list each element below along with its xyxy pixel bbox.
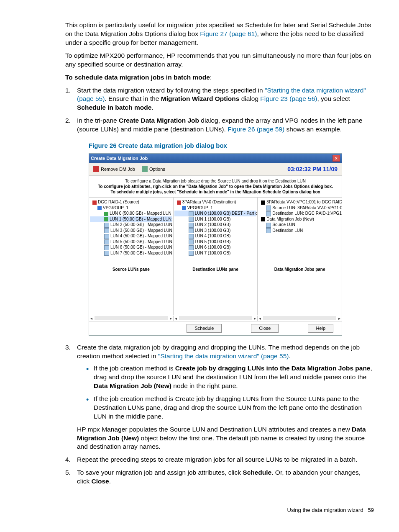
lun-icon (104, 217, 108, 221)
intro-para-2: To optimize MPX200 performance, HP recom… (65, 51, 374, 69)
src-lun-6[interactable]: LUN 6 (50.00 GB) - Mapped LUN (90, 244, 172, 250)
dest-pane-label: Destination LUNs pane (174, 267, 258, 272)
link-figure-27[interactable]: Figure 27 (page 61) (200, 30, 257, 37)
dialog-button-row: Schedule Close Help (89, 321, 342, 335)
dialog-title: Create Data Migration Job (91, 155, 148, 162)
array-icon (177, 200, 181, 205)
step-2: 2. In the tri-pane Create Data Migration… (65, 116, 374, 336)
close-button[interactable]: Close (251, 324, 279, 333)
dm-jobs-pane[interactable]: 3PARdata VV-0:VPG1:001 to DGC RAID-1:VP … (258, 198, 342, 315)
schedule-button[interactable]: Schedule (187, 324, 222, 333)
job-icon (261, 217, 265, 221)
lun-icon (266, 223, 271, 228)
bullet-create-into-jobs-pane: If the job creation method is Create job… (94, 364, 374, 391)
page-number: 59 (368, 507, 374, 513)
lun-icon (189, 217, 194, 222)
job-2-dst[interactable]: Destination LUN (258, 228, 341, 234)
scroll-right-icon[interactable]: ▸ (337, 316, 342, 321)
job-2-new[interactable]: Data Migration Job (New) (258, 216, 341, 222)
lun-icon (104, 251, 109, 256)
bullet-create-src-to-dst: If the job creation method is Create job… (94, 395, 374, 421)
source-pane-label: Source LUNs pane (89, 267, 173, 272)
lun-icon (104, 223, 109, 228)
job-1[interactable]: 3PARdata VV-0:VPG1:001 to DGC RAID-1:VP (258, 199, 341, 205)
src-root[interactable]: DGC RAID-1 (Source) (90, 199, 172, 205)
lun-icon (189, 234, 194, 239)
lun-icon (189, 228, 194, 233)
options-button[interactable]: Options (142, 166, 165, 172)
dst-lun-0[interactable]: LUN 0 (100.00 GB) DEST - Part of s (174, 211, 257, 216)
dialog-toolbar: Remove DM Job Options 03:02:32 PM 11/09 (89, 163, 342, 176)
lun-icon (189, 223, 194, 228)
jobs-pane-label: Data Migration Jobs pane (258, 267, 342, 272)
step-5: 5. To save your migration job and assign… (65, 468, 374, 486)
array-icon (92, 200, 97, 205)
close-icon[interactable]: × (332, 155, 340, 162)
intro-para-1: This option is particularly useful for m… (65, 21, 374, 47)
scroll-left-icon[interactable]: ◂ (174, 316, 178, 321)
create-dm-job-dialog: Create Data Migration Job × Remove DM Jo… (89, 153, 342, 336)
dst-lun-4[interactable]: LUN 4 (100.00 GB) (174, 233, 257, 239)
steps-list: 1. Start the data migration wizard by fo… (65, 86, 374, 486)
link-figure-23[interactable]: Figure 23 (page 56) (260, 95, 317, 102)
tri-pane: DGC RAID-1 (Source) VPGROUP_1 LUN 0 (50.… (89, 198, 342, 315)
dialog-instructions: To configure a Data Migration job please… (89, 176, 342, 198)
dst-vpg[interactable]: VPGROUP_1 (174, 205, 257, 211)
job-icon (261, 200, 265, 205)
src-vpg[interactable]: VPGROUP_1 (90, 205, 172, 211)
src-lun-3[interactable]: LUN 3 (50.00 GB) - Mapped LUN (90, 228, 172, 234)
help-button[interactable]: Help (308, 324, 333, 333)
vpg-icon (97, 206, 102, 210)
link-figure-26[interactable]: Figure 26 (page 59) (228, 126, 284, 133)
remove-icon (93, 166, 99, 172)
src-lun-4[interactable]: LUN 4 (50.00 GB) - Mapped LUN (90, 233, 172, 239)
remove-dm-job-button[interactable]: Remove DM Job (93, 166, 135, 172)
vpg-icon (182, 206, 186, 210)
lun-icon (189, 245, 194, 250)
options-icon (142, 166, 148, 172)
lun-icon (266, 211, 271, 216)
clock-label: 03:02:32 PM 11/09 (287, 165, 338, 173)
dialog-titlebar[interactable]: Create Data Migration Job × (89, 154, 342, 163)
dst-lun-3[interactable]: LUN 3 (100.00 GB) (174, 228, 257, 234)
lun-icon (189, 211, 194, 216)
src-lun-7[interactable]: LUN 7 (50.00 GB) - Mapped LUN (90, 250, 172, 256)
link-starting-wizard-2[interactable]: "Starting the data migration wizard" (pa… (158, 352, 289, 360)
lun-icon (104, 212, 108, 216)
scroll-right-icon[interactable]: ▸ (253, 316, 257, 321)
step-1: 1. Start the data migration wizard by fo… (65, 86, 374, 113)
job-2-src[interactable]: Source LUN (258, 222, 341, 228)
lun-icon (266, 206, 271, 211)
lun-icon (189, 239, 194, 244)
lun-icon (104, 228, 109, 233)
job-1-src[interactable]: Source LUN: 3PARdata VV-0:VPG1:001 (258, 205, 341, 211)
page-footer: Using the data migration wizard 59 (65, 507, 374, 513)
scroll-right-icon[interactable]: ▸ (169, 316, 173, 321)
figure-26-caption: Figure 26 Create data migration job dial… (89, 141, 374, 150)
dst-lun-2[interactable]: LUN 2 (100.00 GB) (174, 222, 257, 228)
job-1-dst[interactable]: Destination LUN: DGC RAID-1:VPG1:000 (258, 211, 341, 216)
src-lun-1[interactable]: LUN 1 (50.00 GB) - Mapped LUN:SF (90, 216, 172, 222)
dst-lun-6[interactable]: LUN 6 (100.00 GB) (174, 244, 257, 250)
dst-lun-7[interactable]: LUN 7 (100.00 GB) (174, 250, 257, 256)
lun-icon (104, 239, 109, 244)
horizontal-scrollbar[interactable]: ◂▸ ◂▸ ◂▸ (89, 315, 342, 321)
scroll-left-icon[interactable]: ◂ (89, 316, 94, 321)
lun-icon (189, 251, 194, 256)
dst-lun-1[interactable]: LUN 1 (100.00 GB) (174, 216, 257, 222)
dst-lun-5[interactable]: LUN 5 (100.00 GB) (174, 239, 257, 245)
dst-root[interactable]: 3PARdata VV-0 (Destination) (174, 199, 257, 205)
heading-schedule-batch: To schedule data migration jobs in batch… (65, 73, 374, 82)
src-lun-0[interactable]: LUN 0 (50.00 GB) - Mapped LUN (90, 211, 172, 216)
lun-icon (104, 234, 109, 239)
lun-icon (266, 228, 271, 233)
scroll-left-icon[interactable]: ◂ (258, 316, 262, 321)
step-4: 4. Repeat the preceding steps to create … (65, 455, 374, 464)
lun-icon (104, 245, 109, 250)
destination-luns-pane[interactable]: 3PARdata VV-0 (Destination) VPGROUP_1 LU… (174, 198, 258, 315)
source-luns-pane[interactable]: DGC RAID-1 (Source) VPGROUP_1 LUN 0 (50.… (89, 198, 174, 315)
step-3: 3. Create the data migration job by drag… (65, 343, 374, 451)
step-3-bullets: If the job creation method is Create job… (77, 364, 374, 421)
src-lun-2[interactable]: LUN 2 (50.00 GB) - Mapped LUN (90, 222, 172, 228)
src-lun-5[interactable]: LUN 5 (50.00 GB) - Mapped LUN (90, 239, 172, 245)
